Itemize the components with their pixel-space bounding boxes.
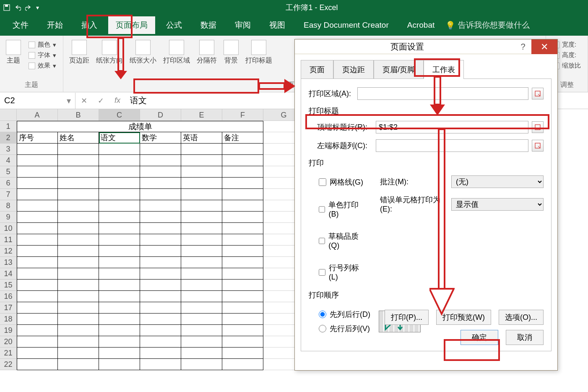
col-header[interactable]: A [17, 109, 58, 121]
cell[interactable] [222, 212, 263, 223]
btn-themes[interactable]: 主题 [3, 38, 23, 67]
tab-insert[interactable]: 插入 [74, 16, 105, 34]
cell[interactable] [99, 200, 140, 212]
cell[interactable] [58, 189, 99, 200]
check-draft[interactable]: 草稿品质(Q) [309, 231, 363, 250]
ok-button[interactable]: 确定 [461, 330, 498, 345]
btn-print-area[interactable]: 打印区域 [161, 38, 193, 67]
cell[interactable] [222, 257, 263, 268]
cell[interactable] [58, 144, 99, 155]
enter-icon[interactable]: ✓ [92, 96, 109, 105]
cell[interactable] [58, 336, 99, 348]
cell[interactable] [140, 246, 181, 257]
cell[interactable] [222, 348, 263, 359]
save-icon[interactable] [3, 4, 10, 11]
cell[interactable] [17, 348, 58, 359]
cell[interactable] [222, 178, 263, 189]
radio-over-down[interactable]: 先行后列(V) [309, 324, 370, 334]
select-all-corner[interactable] [0, 109, 17, 121]
cell[interactable] [17, 189, 58, 200]
cell[interactable] [222, 336, 263, 348]
cell[interactable] [181, 212, 222, 223]
cell[interactable] [99, 280, 140, 291]
btn-background[interactable]: 背景 [221, 38, 241, 67]
tab-review[interactable]: 审阅 [227, 16, 258, 34]
cell[interactable] [99, 336, 140, 348]
cell[interactable] [140, 348, 181, 359]
tell-me[interactable]: 💡 告诉我你想要做什么 [445, 20, 530, 31]
comments-select[interactable]: (无) [451, 175, 544, 188]
tab-data[interactable]: 数据 [193, 16, 224, 34]
cell[interactable]: 数学 [140, 132, 181, 144]
row-header[interactable]: 11 [0, 234, 17, 246]
row-header[interactable]: 21 [0, 348, 17, 359]
cell[interactable] [140, 166, 181, 178]
cell[interactable] [99, 212, 140, 223]
check-bw[interactable]: 单色打印(B) [309, 200, 363, 219]
col-header[interactable]: B [58, 109, 99, 121]
cell[interactable] [140, 200, 181, 212]
cell[interactable] [58, 200, 99, 212]
cell[interactable] [222, 234, 263, 246]
cell[interactable] [181, 155, 222, 166]
cell[interactable]: 序号 [17, 132, 58, 144]
btn-breaks[interactable]: 分隔符 [194, 38, 219, 67]
tab-acrobat[interactable]: Acrobat [400, 17, 442, 33]
cell[interactable] [99, 348, 140, 359]
cell[interactable] [140, 302, 181, 314]
cell[interactable] [140, 314, 181, 325]
cell[interactable] [99, 291, 140, 302]
cell[interactable] [181, 223, 222, 234]
cell[interactable] [17, 291, 58, 302]
cell[interactable] [17, 144, 58, 155]
cell[interactable] [140, 257, 181, 268]
cell[interactable] [181, 166, 222, 178]
row-header[interactable]: 19 [0, 325, 17, 336]
cell[interactable] [140, 223, 181, 234]
cell[interactable] [181, 234, 222, 246]
cell[interactable] [181, 189, 222, 200]
cell[interactable] [99, 359, 140, 370]
help-icon[interactable]: ? [515, 42, 531, 52]
chevron-down-icon[interactable]: ▾ [67, 96, 71, 106]
radio-down-over[interactable]: 先列后行(D) [309, 309, 370, 319]
close-icon[interactable]: ✕ [531, 39, 557, 54]
cell[interactable] [222, 314, 263, 325]
cell[interactable] [58, 302, 99, 314]
cell[interactable] [17, 280, 58, 291]
row-header[interactable]: 1 [0, 121, 17, 132]
cell[interactable] [222, 144, 263, 155]
cell[interactable] [58, 155, 99, 166]
cell[interactable] [181, 348, 222, 359]
qat-customize-icon[interactable]: ▾ [36, 4, 39, 11]
redo-icon[interactable] [25, 4, 32, 11]
fx-label[interactable]: fx [109, 96, 126, 105]
cell[interactable] [58, 314, 99, 325]
cell[interactable] [17, 314, 58, 325]
tab-formulas[interactable]: 公式 [159, 16, 190, 34]
cell[interactable] [140, 280, 181, 291]
cell[interactable] [140, 325, 181, 336]
cell[interactable] [17, 178, 58, 189]
cell[interactable] [17, 223, 58, 234]
row-header[interactable]: 13 [0, 257, 17, 268]
cell[interactable] [99, 314, 140, 325]
cell[interactable] [17, 246, 58, 257]
cell[interactable] [222, 246, 263, 257]
row-header[interactable]: 22 [0, 359, 17, 370]
cell[interactable] [99, 189, 140, 200]
cell[interactable] [181, 314, 222, 325]
cell[interactable] [181, 257, 222, 268]
row-header[interactable]: 16 [0, 291, 17, 302]
cell[interactable] [181, 144, 222, 155]
col-header[interactable]: F [222, 109, 263, 121]
row-header[interactable]: 18 [0, 314, 17, 325]
cell[interactable] [181, 291, 222, 302]
dlg-tab-sheet[interactable]: 工作表 [424, 60, 464, 79]
cell[interactable] [181, 246, 222, 257]
col-header[interactable]: E [181, 109, 222, 121]
row-header[interactable]: 10 [0, 223, 17, 234]
cell[interactable] [17, 212, 58, 223]
cell[interactable] [99, 246, 140, 257]
cell[interactable] [58, 212, 99, 223]
